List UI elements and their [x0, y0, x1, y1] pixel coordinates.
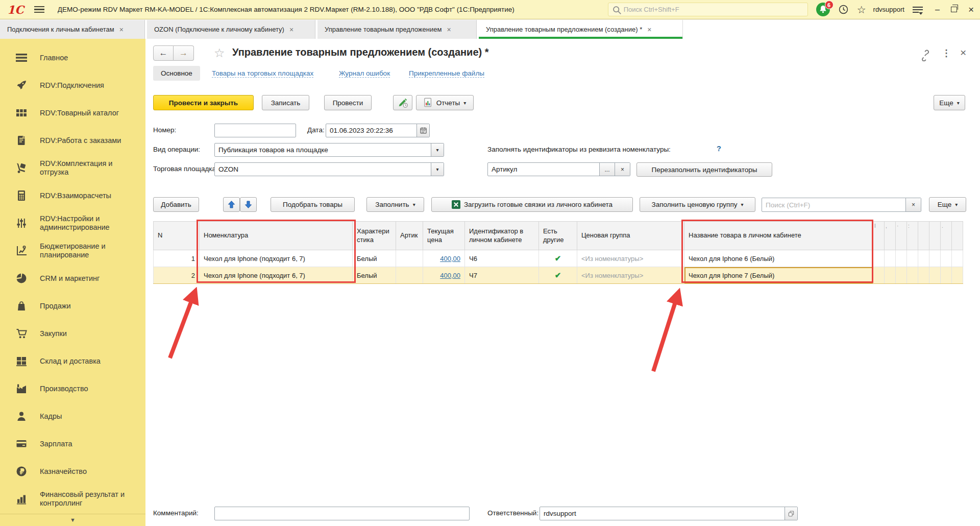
- tab-close-icon[interactable]: ×: [289, 26, 293, 34]
- close-form-icon[interactable]: ×: [960, 46, 966, 59]
- comment-input[interactable]: [215, 507, 469, 520]
- post-button[interactable]: Провести: [324, 95, 372, 110]
- date-input[interactable]: [326, 124, 416, 137]
- sidebar-item-rdv-connections[interactable]: RDV:Подключения: [0, 71, 145, 99]
- more-button-top[interactable]: Еще▾: [934, 95, 965, 110]
- date-field[interactable]: [326, 124, 430, 137]
- sidebar-item-warehouse[interactable]: Склад и доставка: [0, 347, 145, 375]
- col-price-group[interactable]: Ценовая группа: [577, 222, 684, 250]
- responsible-field[interactable]: [540, 507, 798, 520]
- marketplace-field[interactable]: ▾: [214, 162, 444, 176]
- save-button[interactable]: Записать: [262, 95, 309, 110]
- sidebar-item-purchases[interactable]: Закупки: [0, 320, 145, 347]
- col-extra[interactable]: І: [873, 222, 885, 250]
- choose-ellipsis-button[interactable]: ...: [599, 163, 615, 176]
- table-row-selected[interactable]: 2 Чехол для Iphone (подходит 6, 7) Белый…: [154, 267, 963, 284]
- fill-price-group-button[interactable]: Заполнить ценовую группу▾: [640, 197, 755, 212]
- post-and-close-button[interactable]: Провести и закрыть: [153, 95, 254, 110]
- tab-connections[interactable]: Подключения к личным кабинетам×: [0, 20, 145, 39]
- col-extra[interactable]: ,: [885, 222, 896, 250]
- col-cabinet-name[interactable]: Название товара в личном кабинете: [684, 222, 873, 250]
- attribute-field[interactable]: ... ×: [487, 162, 630, 176]
- col-nomenclature[interactable]: Номенклатура: [200, 222, 353, 250]
- favorites-icon[interactable]: ☆: [857, 5, 866, 15]
- clear-field-icon[interactable]: ×: [615, 163, 630, 176]
- tab-offer-management-create[interactable]: Управление товарным предложением (создан…: [479, 20, 683, 39]
- back-button[interactable]: ←: [153, 45, 174, 61]
- sidebar-item-budgeting[interactable]: Бюджетирование и планирование: [0, 237, 145, 265]
- attribute-input[interactable]: [488, 163, 599, 176]
- get-link-icon[interactable]: [919, 49, 932, 61]
- global-search[interactable]: [608, 3, 808, 16]
- price-link[interactable]: 400,00: [440, 255, 460, 262]
- sidebar-item-rdv-admin[interactable]: RDV:Настройки и администрирование: [0, 209, 145, 237]
- global-search-input[interactable]: [624, 4, 803, 15]
- history-icon[interactable]: [838, 4, 849, 15]
- col-extra[interactable]: .: [941, 222, 952, 250]
- table-search-input[interactable]: [762, 198, 905, 211]
- sidebar-item-rdv-catalog[interactable]: RDV:Товарный каталог: [0, 99, 145, 127]
- calendar-icon[interactable]: [416, 124, 429, 137]
- tab-close-icon[interactable]: ×: [119, 26, 124, 34]
- tab-close-icon[interactable]: ×: [447, 26, 451, 34]
- table-row[interactable]: 1 Чехол для Iphone (подходит 6, 7) Белый…: [154, 250, 963, 267]
- pick-products-button[interactable]: Подобрать товары: [271, 197, 355, 212]
- marketplace-input[interactable]: [215, 163, 431, 176]
- sidebar-item-crm[interactable]: CRM и маркетинг: [0, 265, 145, 292]
- col-extra[interactable]: [918, 222, 929, 250]
- tab-close-icon[interactable]: ×: [647, 26, 651, 34]
- col-has-others[interactable]: Есть другие: [539, 222, 577, 250]
- user-menu-icon[interactable]: [913, 5, 924, 14]
- sidebar-item-rdv-shipping[interactable]: RDV:Комплектация и отгрузка: [0, 154, 145, 182]
- col-extra[interactable]: [952, 222, 963, 250]
- col-extra[interactable]: :: [907, 222, 918, 250]
- restore-button[interactable]: [951, 7, 957, 12]
- sidebar-item-salary[interactable]: Зарплата: [0, 430, 145, 458]
- more-button-table[interactable]: Еще▾: [929, 197, 966, 212]
- tab-offer-management[interactable]: Управление товарным предложением×: [317, 20, 477, 39]
- col-extra[interactable]: ·: [896, 222, 907, 250]
- main-menu-icon[interactable]: [34, 5, 44, 15]
- col-article[interactable]: Артик: [396, 222, 423, 250]
- col-identifier[interactable]: Идентификатор в личном кабинете: [465, 222, 539, 250]
- col-extra[interactable]: [929, 222, 941, 250]
- reports-button[interactable]: Отчеты▾: [416, 95, 474, 110]
- sidebar-item-main[interactable]: Главное: [0, 44, 145, 71]
- nav-attached-files[interactable]: Прикрепленные файлы: [409, 69, 484, 78]
- sidebar-item-treasury[interactable]: Казначейство: [0, 458, 145, 485]
- number-field[interactable]: [214, 124, 296, 137]
- tab-ozon-connection[interactable]: OZON (Подключение к личному кабинету)×: [147, 20, 315, 39]
- cell-cabinet-name-selected[interactable]: Чехол для Iphone 7 (Белый): [684, 267, 873, 284]
- move-down-button[interactable]: [240, 197, 257, 212]
- sidebar-item-hr[interactable]: Кадры: [0, 402, 145, 430]
- table-search-field[interactable]: ×: [762, 198, 921, 212]
- sidebar-item-production[interactable]: Производство: [0, 375, 145, 402]
- move-up-button[interactable]: [223, 197, 240, 212]
- post-later-button[interactable]: [393, 95, 412, 110]
- forward-button[interactable]: →: [174, 45, 194, 61]
- load-links-button[interactable]: Загрузить готовые связки из личного каби…: [431, 197, 633, 212]
- sidebar-item-rdv-settlements[interactable]: RDV:Взаиморасчеты: [0, 182, 145, 209]
- price-link[interactable]: 400,00: [440, 272, 460, 279]
- nav-error-log[interactable]: Журнал ошибок: [339, 69, 390, 78]
- close-window-button[interactable]: ×: [968, 6, 974, 14]
- sidebar-scroll-more[interactable]: ▼: [0, 514, 145, 526]
- help-icon[interactable]: ?: [717, 145, 721, 153]
- more-menu-icon[interactable]: ⋮: [942, 47, 951, 59]
- dropdown-caret-icon[interactable]: ▾: [431, 163, 444, 176]
- sidebar-item-rdv-orders[interactable]: RDV:Работа с заказами: [0, 127, 145, 154]
- refill-identifiers-button[interactable]: Перезаполнить идентификаторы: [636, 162, 772, 177]
- col-n[interactable]: N: [154, 222, 200, 250]
- nav-main-section[interactable]: Основное: [153, 66, 200, 81]
- col-current-price[interactable]: Текущая цена: [423, 222, 465, 250]
- col-characteristic[interactable]: Характеристика: [353, 222, 396, 250]
- nav-marketplace-products[interactable]: Товары на торговых площадках: [212, 69, 313, 78]
- comment-field[interactable]: [214, 507, 470, 520]
- operation-type-field[interactable]: ▾: [214, 143, 444, 157]
- sidebar-item-sales[interactable]: Продажи: [0, 292, 145, 320]
- sidebar-item-finance[interactable]: Финансовый результат и контроллинг: [0, 485, 145, 513]
- favorite-star-icon[interactable]: ☆: [214, 46, 225, 60]
- add-row-button[interactable]: Добавить: [153, 197, 199, 212]
- number-input[interactable]: [215, 124, 296, 137]
- clear-search-icon[interactable]: ×: [905, 198, 921, 211]
